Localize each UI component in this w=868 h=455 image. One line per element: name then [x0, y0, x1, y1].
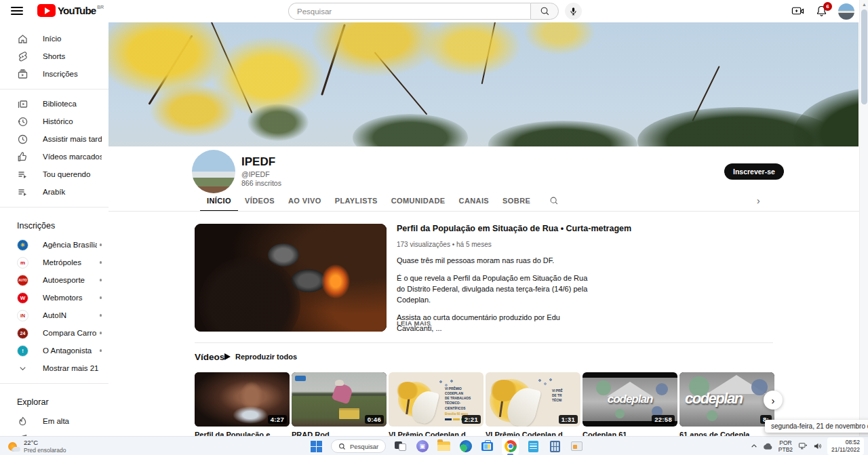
calculator-button[interactable]	[548, 439, 562, 454]
sidebar-label: Vídeos marcados c...	[43, 153, 102, 161]
chrome-icon	[505, 440, 517, 452]
explore-header: Explorar	[0, 389, 108, 412]
search-icon	[540, 6, 550, 16]
video-thumbnail[interactable]: 0:46	[292, 372, 387, 427]
sidebar-show-more[interactable]: Mostrar mais 21	[0, 359, 108, 377]
language-indicator[interactable]: POR PTB2	[778, 439, 793, 453]
tab-playlists[interactable]: PLAYLISTS	[328, 193, 384, 210]
channel-search-icon[interactable]	[549, 193, 559, 208]
notification-dot	[100, 261, 102, 264]
notifications-button[interactable]: 6	[814, 5, 828, 18]
notification-dot	[100, 314, 102, 317]
volume-icon[interactable]	[813, 442, 822, 450]
tab-comunidade[interactable]: COMUNIDADE	[384, 193, 452, 210]
mic-button[interactable]	[565, 3, 582, 20]
video-card[interactable]: codeplan 22:58 Codeplan 61...	[583, 372, 677, 439]
notepad-button[interactable]	[526, 439, 540, 454]
sidebar-item-assistir-mais-tarde[interactable]: Assistir mais tarde	[0, 130, 108, 148]
scroll-up-arrow[interactable]: ▲	[860, 0, 868, 9]
play-all-button[interactable]: Reproduzir todos	[224, 353, 297, 361]
sidebar-item-arabik[interactable]: Arabík	[0, 183, 108, 201]
weather-widget[interactable]: 22°C Pred ensolarado	[5, 438, 68, 454]
video-thumbnail[interactable]: VI PRÊ DE TR TÉCNI 1:31	[486, 372, 580, 427]
video-thumbnail[interactable]: codeplan 8:	[679, 372, 774, 427]
scrollbar-thumb[interactable]	[861, 9, 867, 104]
task-view-icon	[395, 441, 406, 451]
sidebar-item-biblioteca[interactable]: Biblioteca	[0, 95, 108, 113]
sidebar-item-historico[interactable]: Histórico	[0, 113, 108, 130]
start-button[interactable]	[309, 439, 323, 454]
channel-avatar: iN	[17, 310, 28, 321]
onedrive-cloud-icon[interactable]	[763, 443, 773, 450]
sidebar-item-tou-querendo[interactable]: Tou querendo	[0, 165, 108, 183]
sidebar-label: Início	[43, 35, 102, 43]
account-avatar[interactable]	[838, 3, 854, 20]
thumbnail-overlay-text: VI PRÊ DE TR TÉCNI	[552, 389, 579, 403]
network-icon[interactable]	[798, 442, 808, 450]
video-duration: 4:27	[268, 415, 287, 424]
sidebar-item-shorts[interactable]: Shorts	[0, 47, 108, 65]
sidebar-subscription-o-antagonista[interactable]: ! O Antagonista	[0, 342, 108, 359]
search-input[interactable]	[288, 3, 530, 20]
chrome-button-active[interactable]	[502, 438, 519, 455]
taskbar-clock[interactable]: 08:52 21/11/2022	[827, 437, 864, 454]
task-view-button[interactable]	[393, 439, 408, 454]
read-more-link[interactable]: LEIA MAIS	[397, 319, 431, 327]
taskbar-search[interactable]: Pesquisar	[331, 439, 386, 453]
date-tooltip: segunda-feira, 21 de novembro de 2022	[765, 420, 868, 433]
sidebar-item-inicio[interactable]: Início	[0, 30, 108, 47]
video-thumbnail[interactable]: 4:27	[195, 372, 290, 427]
video-card[interactable]: codeplan 8: 61 anos de Codepla...	[679, 372, 774, 439]
watch-later-icon	[17, 134, 28, 145]
tab-inicio[interactable]: INÍCIO	[200, 193, 238, 212]
notification-dot	[100, 296, 102, 299]
video-card[interactable]: 0:46 PRAD Rod...	[292, 372, 387, 439]
sidebar-item-musica[interactable]: Música	[0, 430, 108, 436]
sidebar-subscription-agencia-brasilia[interactable]: ✳ Agência Brasília	[0, 236, 108, 254]
tabs-next-chevron-icon[interactable]: ›	[757, 195, 760, 206]
sidebar-subscription-webmotors[interactable]: W Webmotors	[0, 289, 108, 306]
sidebar-subscription-autoesporte[interactable]: AUTO Autoesporte	[0, 271, 108, 289]
store-icon	[481, 442, 493, 451]
create-video-button[interactable]	[791, 5, 804, 18]
sidebar-item-inscricoes[interactable]: Inscrições	[0, 65, 108, 83]
video-thumbnail[interactable]: codeplan 22:58	[583, 372, 677, 427]
search-bar	[288, 3, 582, 20]
teams-chat-button[interactable]: ▣	[415, 439, 429, 454]
video-card[interactable]: VI PRÊ DE TR TÉCNI 1:31 VI Prêmio Codepl…	[486, 372, 580, 439]
sidebar-item-em-alta[interactable]: Em alta	[0, 412, 108, 430]
notification-dot	[100, 332, 102, 334]
taskbar-time: 08:52	[831, 439, 860, 446]
tray-chevron-up-icon[interactable]	[751, 443, 757, 450]
shorts-icon	[17, 51, 28, 62]
search-button[interactable]	[530, 3, 559, 20]
windows-taskbar: 22°C Pred ensolarado Pesquisar ▣	[0, 436, 868, 455]
featured-video-thumbnail[interactable]	[195, 224, 387, 332]
app-window-button[interactable]	[570, 439, 584, 454]
tab-videos[interactable]: VÍDEOS	[238, 193, 281, 210]
channel-avatar-large[interactable]	[192, 150, 235, 193]
video-card[interactable]: VI PRÊMIO CODEPLAN DE TRABALHOS TÉCNICO-…	[389, 372, 484, 439]
youtube-logo-text: YouTube	[58, 5, 96, 16]
tab-ao-vivo[interactable]: AO VIVO	[281, 193, 328, 210]
featured-video-title[interactable]: Perfil da População em Situação de Rua •…	[397, 224, 695, 233]
chevron-down-icon	[17, 363, 28, 374]
divider	[0, 89, 108, 90]
tab-canais[interactable]: CANAIS	[452, 193, 496, 210]
video-thumbnail[interactable]: VI PRÊMIO CODEPLAN DE TRABALHOS TÉCNICO-…	[389, 372, 484, 427]
channel-avatar: !	[17, 345, 28, 357]
subscribe-button[interactable]: Inscrever-se	[724, 163, 784, 180]
page-scrollbar[interactable]: ▲	[859, 0, 868, 436]
sidebar-subscription-compara-carros[interactable]: 24 Compara Carros ...	[0, 324, 108, 342]
youtube-logo[interactable]: YouTube BR	[37, 4, 104, 17]
edge-button[interactable]	[458, 439, 473, 454]
tab-sobre[interactable]: SOBRE	[496, 193, 537, 210]
carousel-next-button[interactable]: ›	[764, 391, 783, 410]
sidebar-subscription-autoin[interactable]: iN AutoIN	[0, 306, 108, 324]
sidebar-item-videos-marcados[interactable]: Vídeos marcados c...	[0, 148, 108, 165]
store-button[interactable]	[480, 439, 494, 454]
video-card[interactable]: 4:27 Perfil da População e...	[195, 372, 290, 439]
menu-icon[interactable]	[11, 5, 23, 16]
file-explorer-button[interactable]	[437, 439, 451, 454]
sidebar-subscription-metropoles[interactable]: m Metrópoles	[0, 254, 108, 271]
